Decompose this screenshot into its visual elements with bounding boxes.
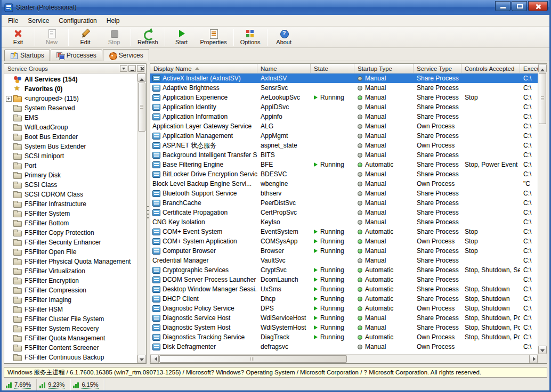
scroll-right-button[interactable] [529,355,538,363]
toolbar-button-about[interactable]: About [270,28,298,47]
service-group-item[interactable]: FSFilter Encryption [4,276,137,285]
service-group-item[interactable]: <ungrouped> (115) [4,94,137,103]
service-row[interactable]: DCOM Server Process Launcher DcomLaunch … [150,275,538,284]
toolbar-button-properties[interactable]: Properties [196,28,231,47]
menu-help[interactable]: Help [102,16,125,26]
service-group-item[interactable]: SCSI CDROM Class [4,190,137,199]
service-row[interactable]: Computer Browser Browser Running Manual … [150,246,538,256]
service-group-item[interactable]: FSFilter Cluster File System [4,314,137,324]
menu-configuration[interactable]: Configuration [54,16,101,26]
service-row[interactable]: Diagnostic System Host WdiSystemHost Run… [150,323,538,332]
toolbar-button-options[interactable]: Options [236,28,265,47]
scroll-up-button[interactable] [538,64,547,72]
service-row[interactable]: Application Experience AeLookupSvc Runni… [150,93,538,102]
service-row[interactable]: ASP.NET 状态服务 aspnet_state Manual Own Pro… [150,141,538,150]
service-group-item[interactable]: WdfLoadGroup [4,123,137,132]
service-row[interactable]: Adaptive Brightness SensrSvc Manual Shar… [150,83,538,93]
scroll-left-button[interactable] [150,355,159,363]
column-header-state[interactable]: State [311,64,354,74]
service-group-item[interactable]: FSFilter Continuous Backup [4,353,137,362]
service-group-item[interactable]: FSFilter Security Enhancer [4,238,137,247]
service-group-item[interactable]: FSFilter Virtualization [4,266,137,276]
service-group-item[interactable]: FSFilter Quota Management [4,333,137,343]
service-row[interactable]: BitLocker Drive Encryption Service BDESV… [150,169,538,179]
service-group-item[interactable]: Favorites (0) [4,84,137,94]
service-row[interactable]: Cryptographic Services CryptSvc Running … [150,265,538,275]
table-horizontal-scrollbar[interactable] [150,354,538,363]
column-header-name[interactable]: Name [257,64,311,74]
service-group-item[interactable]: Boot Bus Extender [4,132,137,142]
service-group-item[interactable]: Primary Disk [4,170,137,180]
service-row[interactable]: Desktop Window Manager Sessi... UxSms Ru… [150,284,538,294]
column-header-startup-type[interactable]: Startup Type [354,64,414,74]
toolbar-button-stop[interactable]: Stop [100,28,128,47]
panel-close-button[interactable] [137,65,144,72]
service-row[interactable]: Diagnostics Tracking Service DiagTrack R… [150,332,538,342]
column-header-execu[interactable]: Execu [520,64,538,74]
service-group-item[interactable]: FSFilter System Recovery [4,324,137,333]
service-group-item[interactable]: FSFilter Compression [4,285,137,295]
panel-collapse-button[interactable] [128,65,136,72]
scroll-up-button[interactable] [137,74,146,82]
toolbar-button-start[interactable]: Start [167,28,196,47]
close-button[interactable] [528,1,548,11]
service-group-item[interactable]: Port [4,161,137,170]
service-row[interactable]: ActiveX Installer (AxInstSV) AxInstSV Ma… [150,74,538,83]
scrollbar-thumb[interactable] [159,355,347,363]
panel-menu-button[interactable] [120,65,127,72]
service-group-item[interactable]: FSFilter HSM [4,305,137,314]
service-row[interactable]: Application Identity AppIDSvc Manual Sha… [150,102,538,112]
expander-icon[interactable] [6,96,12,102]
service-group-item[interactable]: FSFilter Imaging [4,295,137,305]
tab-startups[interactable]: Startups [4,50,50,61]
service-row[interactable]: Certificate Propagation CertPropSvc Manu… [150,208,538,217]
groups-vertical-scrollbar[interactable] [137,74,146,363]
service-row[interactable]: Disk Defragmenter defragsvc Manual Own P… [150,342,538,352]
service-row[interactable]: Application Layer Gateway Service ALG Ma… [150,121,538,131]
maximize-button[interactable] [512,1,527,11]
service-row[interactable]: Diagnostic Service Host WdiServiceHost R… [150,313,538,323]
column-header-display-name[interactable]: Display Name [150,64,257,74]
service-row[interactable]: Background Intelligent Transfer S... BIT… [150,150,538,160]
column-header-service-type[interactable]: Service Type [414,64,461,74]
scrollbar-thumb[interactable] [138,83,145,132]
service-group-item[interactable]: FSFilter Bottom [4,218,137,228]
service-row[interactable]: COM+ Event System EventSystem Running Au… [150,227,538,236]
service-row[interactable]: Base Filtering Engine BFE Running Automa… [150,160,538,169]
service-group-item[interactable]: FSFilter Open File [4,247,137,257]
menu-service[interactable]: Service [23,16,54,26]
toolbar-button-edit[interactable]: Edit [71,28,100,47]
service-group-item[interactable]: System Reserved [4,103,137,113]
minimize-button[interactable] [495,1,511,11]
service-group-item[interactable]: System Bus Extender [4,142,137,151]
service-row[interactable]: DHCP Client Dhcp Running Automatic Share… [150,294,538,304]
service-group-item[interactable]: EMS [4,113,137,123]
service-group-item[interactable]: All Services (154) [4,75,137,84]
scrollbar-thumb[interactable] [539,73,546,124]
service-group-item[interactable]: FSFilter Copy Protection [4,228,137,238]
service-group-item[interactable]: FSFilter Physical Quota Management [4,257,137,266]
service-row[interactable]: Block Level Backup Engine Servi... wbeng… [150,179,538,189]
scroll-down-button[interactable] [137,355,146,363]
service-group-item[interactable]: FSFilter Infrastructure [4,199,137,209]
service-group-item[interactable]: FSFilter Content Screener [4,343,137,353]
title-bar[interactable]: Starter (Professional) [2,0,549,15]
column-header-controls-accepted[interactable]: Controls Accepted [461,64,520,74]
menu-file[interactable]: File [3,16,23,26]
service-row[interactable]: Diagnostic Policy Service DPS Running Au… [150,304,538,313]
tab-services[interactable]: Services [103,49,149,61]
service-row[interactable]: CNG Key Isolation KeyIso Manual Share Pr… [150,217,538,227]
service-row[interactable]: Application Information Appinfo Manual S… [150,112,538,121]
tab-processes[interactable]: Processes [51,50,102,61]
service-group-item[interactable]: SCSI Class [4,180,137,190]
toolbar-button-exit[interactable]: Exit [4,28,33,47]
toolbar-button-refresh[interactable]: Refresh [133,28,163,47]
service-group-item[interactable]: SCSI miniport [4,151,137,161]
service-group-item[interactable]: FSFilter System [4,209,137,218]
table-vertical-scrollbar[interactable] [538,64,547,354]
scroll-down-button[interactable] [538,346,547,354]
service-row[interactable]: BranchCache PeerDistSvc Manual Share Pro… [150,198,538,208]
service-row[interactable]: Application Management AppMgmt Manual Sh… [150,131,538,141]
service-row[interactable]: Bluetooth Support Service bthserv Manual… [150,189,538,198]
service-row[interactable]: Credential Manager VaultSvc Manual Share… [150,256,538,265]
